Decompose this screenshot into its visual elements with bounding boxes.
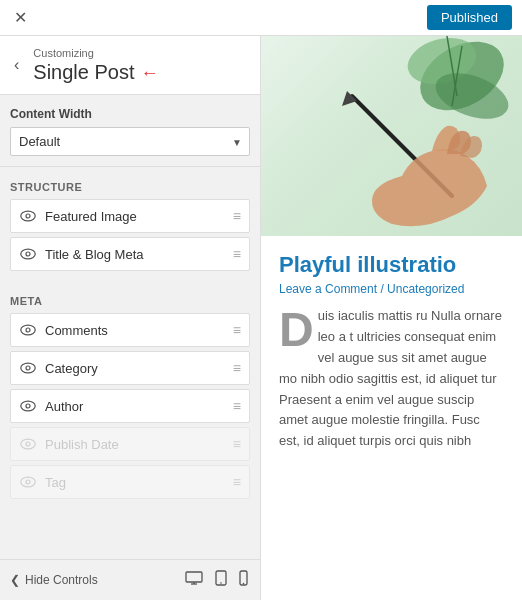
- mobile-device-button[interactable]: [237, 568, 250, 592]
- svg-point-0: [21, 211, 35, 221]
- blog-featured-image: [261, 36, 522, 236]
- content-width-select-wrapper: Default Full Width Narrow ▼: [10, 127, 250, 156]
- svg-point-10: [21, 439, 35, 449]
- top-bar: ✕ Published: [0, 0, 522, 36]
- drag-handle-icon[interactable]: ≡: [233, 398, 241, 414]
- svg-point-13: [26, 480, 30, 484]
- list-item[interactable]: Title & Blog Meta ≡: [10, 237, 250, 271]
- drag-handle-icon[interactable]: ≡: [233, 208, 241, 224]
- svg-point-4: [21, 325, 35, 335]
- svg-point-8: [21, 401, 35, 411]
- desktop-device-button[interactable]: [183, 568, 205, 592]
- eye-icon: [19, 321, 37, 339]
- eye-icon: [19, 359, 37, 377]
- list-item[interactable]: Featured Image ≡: [10, 199, 250, 233]
- red-arrow-icon: ←: [141, 63, 159, 84]
- device-icons: [183, 568, 250, 592]
- item-label-author: Author: [45, 399, 229, 414]
- hide-controls-label: Hide Controls: [25, 573, 98, 587]
- post-body-text: D uis iaculis mattis ru Nulla ornare leo…: [279, 306, 504, 452]
- customizing-label: Customizing: [33, 46, 158, 60]
- item-label-title-blog-meta: Title & Blog Meta: [45, 247, 229, 262]
- blog-post-body: Playful illustratio Leave a Comment / Un…: [261, 236, 522, 462]
- svg-point-7: [26, 366, 30, 370]
- svg-point-5: [26, 328, 30, 332]
- list-item[interactable]: Comments ≡: [10, 313, 250, 347]
- list-item[interactable]: Category ≡: [10, 351, 250, 385]
- hide-arrow-icon: ❮: [10, 573, 20, 587]
- item-label-featured-image: Featured Image: [45, 209, 229, 224]
- svg-point-20: [243, 583, 245, 585]
- content-width-label: Content Width: [10, 107, 250, 121]
- svg-point-11: [26, 442, 30, 446]
- main-layout: ‹ Customizing Single Post ← Content Widt…: [0, 36, 522, 600]
- structure-section-label: Structure: [10, 181, 250, 193]
- svg-point-1: [26, 214, 30, 218]
- drag-handle-icon[interactable]: ≡: [233, 474, 241, 490]
- content-width-select[interactable]: Default Full Width Narrow: [10, 127, 250, 156]
- page-title: Single Post: [33, 60, 134, 84]
- svg-point-2: [21, 249, 35, 259]
- sidebar: ‹ Customizing Single Post ← Content Widt…: [0, 36, 261, 600]
- eye-icon: [19, 207, 37, 225]
- item-label-comments: Comments: [45, 323, 229, 338]
- list-item[interactable]: Author ≡: [10, 389, 250, 423]
- content-width-section: Content Width Default Full Width Narrow …: [0, 95, 260, 167]
- post-heading: Playful illustratio: [279, 252, 504, 278]
- preview-pane: Playful illustratio Leave a Comment / Un…: [261, 36, 522, 600]
- drag-handle-icon[interactable]: ≡: [233, 246, 241, 262]
- preview-content: Playful illustratio Leave a Comment / Un…: [261, 36, 522, 600]
- drop-cap: D: [279, 310, 314, 351]
- item-label-tag: Tag: [45, 475, 229, 490]
- svg-point-12: [21, 477, 35, 487]
- published-button[interactable]: Published: [427, 5, 512, 30]
- eye-icon-disabled: [19, 473, 37, 491]
- drag-handle-icon[interactable]: ≡: [233, 436, 241, 452]
- drag-handle-icon[interactable]: ≡: [233, 360, 241, 376]
- svg-point-18: [220, 582, 222, 584]
- svg-rect-14: [186, 572, 202, 582]
- list-item[interactable]: Tag ≡: [10, 465, 250, 499]
- svg-point-3: [26, 252, 30, 256]
- hand-pen-decoration: [322, 76, 522, 236]
- close-button[interactable]: ✕: [10, 4, 31, 31]
- item-label-category: Category: [45, 361, 229, 376]
- tablet-device-button[interactable]: [213, 568, 229, 592]
- bottom-bar: ❮ Hide Controls: [0, 559, 260, 600]
- eye-icon: [19, 245, 37, 263]
- list-item[interactable]: Publish Date ≡: [10, 427, 250, 461]
- meta-section-label: Meta: [10, 295, 250, 307]
- structure-section: Structure Featured Image ≡: [0, 167, 260, 281]
- sidebar-title-block: Customizing Single Post ←: [33, 46, 158, 84]
- post-meta-link: Leave a Comment / Uncategorized: [279, 282, 504, 296]
- svg-point-6: [21, 363, 35, 373]
- svg-point-9: [26, 404, 30, 408]
- drag-handle-icon[interactable]: ≡: [233, 322, 241, 338]
- eye-icon-disabled: [19, 435, 37, 453]
- eye-icon: [19, 397, 37, 415]
- meta-section: Meta Comments ≡ Categ: [0, 281, 260, 509]
- item-label-publish-date: Publish Date: [45, 437, 229, 452]
- back-button[interactable]: ‹: [8, 54, 25, 76]
- sidebar-header: ‹ Customizing Single Post ←: [0, 36, 260, 95]
- hide-controls-button[interactable]: ❮ Hide Controls: [10, 573, 98, 587]
